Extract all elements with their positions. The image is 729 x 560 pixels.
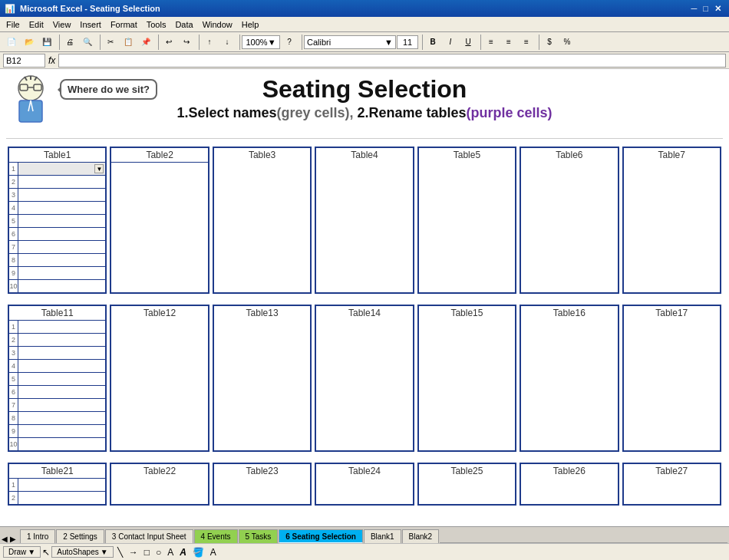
cell-reference[interactable]: B12 — [3, 54, 45, 68]
table27-header[interactable]: Table27 — [624, 464, 720, 478]
italic-btn[interactable]: I — [442, 34, 459, 51]
align-right-btn[interactable]: ≡ — [518, 34, 535, 51]
font-size-selector[interactable]: 11 — [397, 35, 418, 49]
table-cell[interactable] — [18, 438, 105, 450]
table-cell[interactable] — [18, 425, 105, 437]
table-cell[interactable] — [18, 228, 105, 240]
table2-header[interactable]: Table2 — [111, 148, 207, 162]
table7-header[interactable]: Table7 — [624, 148, 720, 162]
autoshapes-btn[interactable]: AutoShapes ▼ — [51, 546, 113, 558]
draw-btn[interactable]: Draw ▼ — [3, 546, 41, 558]
table21-header[interactable]: Table21 — [9, 464, 105, 478]
font-selector[interactable]: Calibri ▼ — [304, 35, 396, 49]
bold-btn[interactable]: B — [424, 34, 441, 51]
preview-btn[interactable]: 🔍 — [79, 34, 96, 51]
redo-btn[interactable]: ↪ — [178, 34, 195, 51]
rect-tool[interactable]: □ — [142, 547, 152, 558]
table-cell[interactable] — [18, 334, 105, 346]
menu-file[interactable]: File — [2, 19, 25, 30]
help-btn[interactable]: ? — [281, 34, 298, 51]
cut-btn[interactable]: ✂ — [102, 34, 119, 51]
menu-tools[interactable]: Tools — [142, 19, 171, 30]
table23-header[interactable]: Table23 — [214, 464, 310, 478]
table-cell[interactable] — [18, 215, 105, 227]
align-center-btn[interactable]: ≡ — [500, 34, 517, 51]
arrow-tool[interactable]: → — [127, 547, 140, 558]
table24-header[interactable]: Table24 — [316, 464, 412, 478]
table-cell[interactable] — [18, 479, 105, 491]
table-cell[interactable] — [111, 163, 207, 282]
print-btn[interactable]: 🖨 — [61, 34, 78, 51]
dropdown-arrow[interactable]: ▼ — [94, 164, 104, 173]
table-cell[interactable] — [18, 492, 105, 504]
table-cell[interactable] — [18, 189, 105, 201]
table3-header[interactable]: Table3 — [214, 148, 310, 162]
align-left-btn[interactable]: ≡ — [483, 34, 500, 51]
table6-header[interactable]: Table6 — [521, 148, 617, 162]
tab-nav-prev[interactable]: ◀ — [2, 535, 8, 543]
menu-edit[interactable]: Edit — [25, 19, 48, 30]
table15-header[interactable]: Table15 — [419, 306, 515, 320]
table-cell[interactable] — [18, 280, 105, 292]
tab-events[interactable]: 4 Events — [194, 529, 238, 543]
tab-blank1[interactable]: Blank1 — [364, 529, 401, 543]
undo-btn[interactable]: ↩ — [160, 34, 177, 51]
currency-btn[interactable]: $ — [541, 34, 558, 51]
oval-tool[interactable]: ○ — [153, 547, 163, 558]
tab-tasks[interactable]: 5 Tasks — [239, 529, 279, 543]
table14-header[interactable]: Table14 — [316, 306, 412, 320]
table-cell[interactable]: ▼ — [18, 163, 105, 175]
table13-header[interactable]: Table13 — [214, 306, 310, 320]
tab-nav-next[interactable]: ▶ — [10, 535, 16, 543]
table11-header[interactable]: Table11 — [9, 306, 105, 320]
font-color-btn[interactable]: A — [208, 547, 219, 558]
fill-color-btn[interactable]: 🪣 — [190, 547, 206, 558]
tab-settings[interactable]: 2 Settings — [56, 529, 104, 543]
menu-view[interactable]: View — [48, 19, 76, 30]
table4-header[interactable]: Table4 — [316, 148, 412, 162]
table-cell[interactable] — [18, 347, 105, 359]
sort-desc-btn[interactable]: ↓ — [219, 34, 236, 51]
zoom-box[interactable]: 100% ▼ — [242, 35, 280, 49]
table-cell[interactable] — [18, 241, 105, 253]
tab-intro[interactable]: 1 Intro — [20, 529, 55, 543]
table-cell[interactable] — [18, 176, 105, 188]
wordart-tool[interactable]: A — [177, 547, 189, 558]
underline-btn[interactable]: U — [460, 34, 477, 51]
textbox-tool[interactable]: A — [165, 547, 176, 558]
table-cell[interactable] — [18, 254, 105, 266]
table25-header[interactable]: Table25 — [419, 464, 515, 478]
line-tool[interactable]: ╲ — [115, 547, 125, 558]
draw-cursor-icon[interactable]: ↖ — [42, 547, 50, 558]
menu-data[interactable]: Data — [170, 19, 197, 30]
close-btn[interactable]: ✕ — [714, 4, 721, 14]
sort-asc-btn[interactable]: ↑ — [201, 34, 218, 51]
table-cell[interactable] — [18, 399, 105, 411]
open-btn[interactable]: 📂 — [21, 34, 38, 51]
table-cell[interactable] — [18, 202, 105, 214]
table22-header[interactable]: Table22 — [111, 464, 207, 478]
menu-window[interactable]: Window — [198, 19, 237, 30]
table-cell[interactable] — [18, 373, 105, 385]
menu-help[interactable]: Help — [237, 19, 264, 30]
table17-header[interactable]: Table17 — [624, 306, 720, 320]
table-cell[interactable] — [18, 267, 105, 279]
new-btn[interactable]: 📄 — [3, 34, 20, 51]
tab-contact[interactable]: 3 Contact Input Sheet — [105, 529, 193, 543]
table-cell[interactable] — [18, 360, 105, 372]
tab-blank2[interactable]: Blank2 — [402, 529, 440, 543]
table5-header[interactable]: Table5 — [419, 148, 515, 162]
table16-header[interactable]: Table16 — [521, 306, 617, 320]
menu-format[interactable]: Format — [106, 19, 142, 30]
paste-btn[interactable]: 📌 — [137, 34, 154, 51]
tab-seating[interactable]: 6 Seating Selection — [279, 529, 363, 543]
menu-insert[interactable]: Insert — [75, 19, 106, 30]
table-cell[interactable] — [18, 412, 105, 424]
table-cell[interactable] — [18, 321, 105, 333]
table-cell[interactable] — [18, 386, 105, 398]
table1-header[interactable]: Table1 — [9, 148, 105, 162]
formula-input[interactable] — [58, 54, 726, 68]
minimize-btn[interactable]: ─ — [691, 4, 698, 13]
save-btn[interactable]: 💾 — [38, 34, 55, 51]
copy-btn[interactable]: 📋 — [120, 34, 137, 51]
